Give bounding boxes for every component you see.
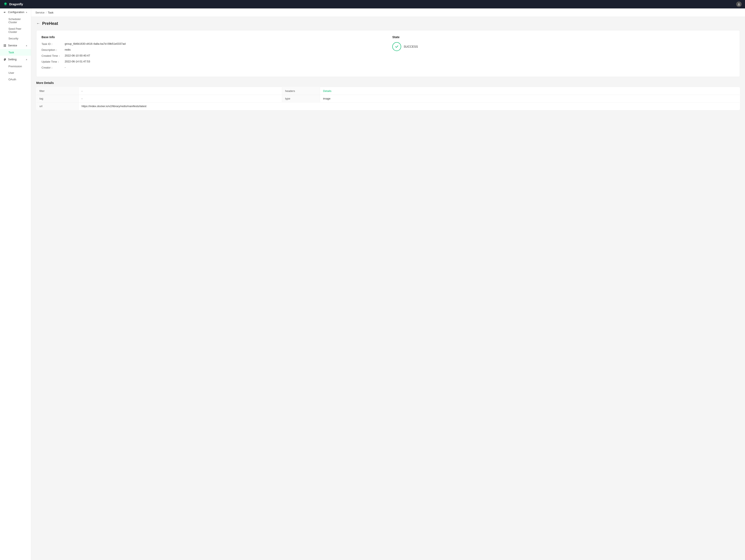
breadcrumb: Service / Task bbox=[31, 8, 745, 17]
creator-label: Creator： bbox=[41, 66, 65, 69]
svg-point-0 bbox=[5, 3, 5, 4]
table-row: filter - headers Details bbox=[36, 87, 740, 95]
chevron-up-icon-setting: ▲ bbox=[26, 58, 28, 61]
user-avatar[interactable] bbox=[736, 1, 742, 7]
table-row: url https://index.docker.io/v2/library/r… bbox=[36, 102, 740, 110]
svg-rect-5 bbox=[4, 45, 5, 46]
created-time-row: Created Time： 2022-06-10 00:40:47 bbox=[41, 54, 388, 58]
sidebar-item-setting[interactable]: Setting ▲ bbox=[0, 56, 31, 63]
description-value: redis bbox=[65, 48, 71, 51]
svg-rect-6 bbox=[5, 45, 6, 46]
state-title: State bbox=[392, 35, 735, 39]
filter-key: filter bbox=[36, 87, 78, 95]
url-value: https://index.docker.io/v2/library/redis… bbox=[78, 102, 740, 110]
settings-icon bbox=[3, 11, 6, 14]
svg-point-1 bbox=[6, 3, 6, 4]
sidebar-configuration-label: Configuration bbox=[8, 10, 24, 14]
creator-row: Creator： - bbox=[41, 66, 388, 69]
sidebar-item-oauth[interactable]: OAuth bbox=[0, 76, 31, 83]
page-title-row: ← PreHeat bbox=[36, 21, 740, 26]
created-time-label: Created Time： bbox=[41, 54, 65, 58]
topnav: Dragonfly bbox=[0, 0, 745, 8]
breadcrumb-separator: / bbox=[46, 11, 46, 14]
back-button[interactable]: ← bbox=[36, 21, 40, 26]
brand-name: Dragonfly bbox=[9, 3, 23, 6]
info-card: Base Info Task ID： group_6b6b1630-d416-4… bbox=[36, 30, 740, 77]
svg-rect-4 bbox=[5, 44, 6, 45]
state-value: SUCCESS bbox=[404, 45, 418, 48]
sidebar-service-label: Service bbox=[8, 44, 17, 47]
success-circle-icon bbox=[392, 42, 401, 51]
breadcrumb-current: Task bbox=[48, 11, 54, 14]
sidebar-item-security[interactable]: Security bbox=[0, 35, 31, 42]
sidebar-item-premission[interactable]: Premission bbox=[0, 63, 31, 69]
sidebar-item-seed-peer-cluster[interactable]: Seed Peer Cluster bbox=[0, 26, 31, 35]
task-id-value: group_6b6b1630-d416-4a8a-ba7d-09b51e0337… bbox=[65, 42, 126, 45]
type-value: image bbox=[320, 95, 740, 102]
sidebar-item-service[interactable]: Service ▲ bbox=[0, 42, 31, 49]
sidebar-section-setting: Setting ▲ Premission User OAuth bbox=[0, 56, 31, 83]
svg-point-2 bbox=[738, 3, 740, 4]
task-id-row: Task ID： group_6b6b1630-d416-4a8a-ba7d-0… bbox=[41, 42, 388, 46]
brand-logo[interactable]: Dragonfly bbox=[3, 2, 23, 6]
state-indicator: SUCCESS bbox=[392, 42, 735, 51]
sidebar-section-configuration: Configuration ▲ Scheduler Cluster Seed P… bbox=[0, 8, 31, 42]
details-link[interactable]: Details bbox=[320, 87, 740, 95]
base-info-section: Base Info Task ID： group_6b6b1630-d416-4… bbox=[41, 35, 388, 72]
chevron-up-icon-service: ▲ bbox=[26, 44, 28, 46]
more-details-section: More Details filter - headers Details ta… bbox=[36, 81, 740, 110]
chevron-up-icon: ▲ bbox=[26, 11, 28, 13]
dragonfly-icon bbox=[3, 2, 8, 6]
sidebar-item-scheduler-cluster[interactable]: Scheduler Cluster bbox=[0, 16, 31, 26]
table-row: tag - type image bbox=[36, 95, 740, 102]
svg-rect-3 bbox=[4, 44, 5, 45]
details-table: filter - headers Details tag - type imag… bbox=[36, 87, 740, 110]
creator-value: - bbox=[65, 66, 66, 69]
sidebar: Configuration ▲ Scheduler Cluster Seed P… bbox=[0, 8, 31, 560]
sidebar-item-configuration[interactable]: Configuration ▲ bbox=[0, 8, 31, 16]
breadcrumb-parent[interactable]: Service bbox=[35, 11, 44, 14]
gear-icon bbox=[3, 58, 6, 61]
tag-value: - bbox=[78, 95, 282, 102]
headers-key: headers bbox=[282, 87, 320, 95]
base-info-title: Base Info bbox=[41, 35, 388, 39]
page-title: PreHeat bbox=[42, 21, 58, 26]
sidebar-item-task[interactable]: Task bbox=[0, 49, 31, 56]
url-key: url bbox=[36, 102, 78, 110]
sidebar-section-service: Service ▲ Task bbox=[0, 42, 31, 56]
task-id-label: Task ID： bbox=[41, 42, 65, 46]
sidebar-setting-label: Setting bbox=[8, 58, 17, 61]
state-section: State SUCCESS bbox=[388, 35, 735, 72]
update-time-value: 2022-06-14 01:47:53 bbox=[65, 60, 90, 63]
type-key: type bbox=[282, 95, 320, 102]
sidebar-item-user[interactable]: User bbox=[0, 69, 31, 76]
description-row: Description： redis bbox=[41, 48, 388, 52]
description-label: Description： bbox=[41, 48, 65, 52]
update-time-label: Update Time： bbox=[41, 60, 65, 64]
main-content: Service / Task ← PreHeat Base Info Task … bbox=[31, 8, 745, 560]
update-time-row: Update Time： 2022-06-14 01:47:53 bbox=[41, 60, 388, 64]
filter-value: - bbox=[78, 87, 282, 95]
created-time-value: 2022-06-10 00:40:47 bbox=[65, 54, 90, 57]
tag-key: tag bbox=[36, 95, 78, 102]
service-icon bbox=[3, 44, 6, 47]
more-details-title: More Details bbox=[36, 81, 740, 85]
